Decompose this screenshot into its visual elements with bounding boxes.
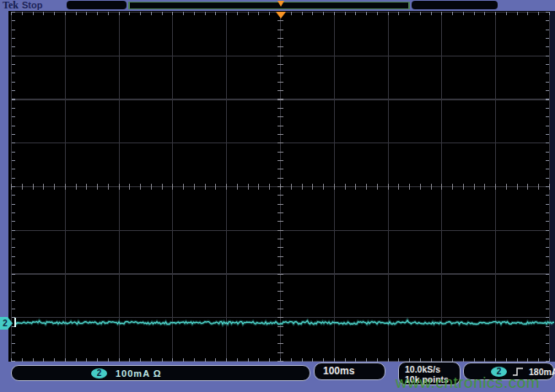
right-edge-strip xyxy=(550,11,555,362)
top-bar: Tek Stop xyxy=(0,0,555,11)
waveform-trace xyxy=(8,313,555,333)
trigger-position-marker-icon xyxy=(276,12,286,19)
top-readout-blank-left xyxy=(67,1,127,9)
timebase-readout: 100ms xyxy=(314,362,385,380)
top-readout-blank-right xyxy=(412,1,498,9)
trigger-position-icon xyxy=(278,1,284,7)
tek-logo: Tek xyxy=(3,0,19,12)
watermark-text: www.cntronics.com xyxy=(396,373,540,392)
channel-2-scale-readout: 2 100mA Ω xyxy=(11,365,310,381)
oscilloscope-screen: Tek Stop 2 2 100mA Ω 100ms 10.0kS/s 10k … xyxy=(0,0,555,392)
channel-2-badge-icon: 2 xyxy=(91,368,107,379)
channel-2-scale-label: 100mA Ω xyxy=(116,368,162,379)
center-vertical-axis xyxy=(278,12,283,362)
acquisition-record-bar xyxy=(128,2,410,9)
acquisition-status: Stop xyxy=(22,0,42,10)
